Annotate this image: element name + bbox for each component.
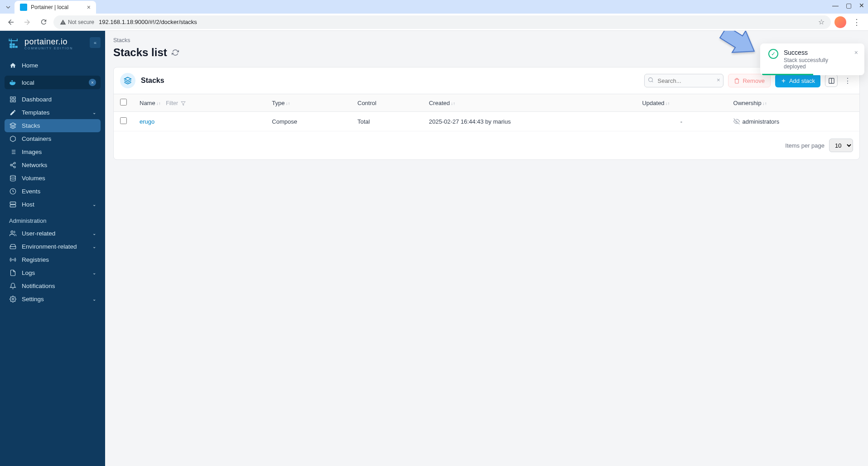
svg-point-24 [10, 164, 12, 166]
clear-search-button[interactable]: × [717, 77, 720, 83]
edit-icon [9, 109, 16, 116]
cell-updated: - [636, 112, 727, 131]
sidebar-item-home[interactable]: Home [5, 59, 101, 72]
sidebar-item-notifications[interactable]: Notifications [5, 279, 101, 293]
svg-rect-16 [13, 100, 15, 102]
sidebar-environment-header[interactable]: local × [5, 76, 101, 89]
svg-point-25 [14, 166, 15, 168]
check-circle-icon: ✓ [768, 49, 778, 59]
col-created[interactable]: Created↓↑ [423, 94, 636, 112]
refresh-button[interactable] [172, 49, 179, 56]
env-close-button[interactable]: × [89, 79, 96, 86]
sidebar-item-templates[interactable]: Templates ⌄ [5, 106, 101, 119]
sidebar-item-containers[interactable]: Containers [5, 132, 101, 145]
svg-line-27 [12, 163, 14, 164]
sidebar-item-registries[interactable]: Registries [5, 253, 101, 266]
svg-point-34 [12, 259, 14, 260]
eye-off-icon [733, 118, 740, 125]
tab-search-dropdown[interactable] [4, 3, 13, 12]
brand-edition: COMMUNITY EDITION [24, 47, 73, 50]
main-content: ✓ Success Stack successfully deployed × … [105, 31, 868, 466]
bookmark-star-icon[interactable]: ☆ [818, 18, 825, 26]
row-checkbox[interactable] [120, 117, 127, 124]
box-icon [9, 135, 16, 142]
warning-icon [60, 19, 66, 25]
tab-close-button[interactable]: × [87, 4, 91, 11]
sidebar-item-environment-related[interactable]: Environment-related ⌄ [5, 240, 101, 253]
search-icon [648, 77, 654, 83]
docker-icon [9, 79, 16, 86]
svg-rect-1 [9, 40, 18, 41]
reload-button[interactable] [37, 16, 50, 29]
sidebar-item-dashboard[interactable]: Dashboard [5, 93, 101, 106]
sidebar: portainer.io COMMUNITY EDITION « Home lo… [0, 31, 105, 466]
sidebar-item-volumes[interactable]: Volumes [5, 172, 101, 185]
select-all-checkbox[interactable] [120, 99, 127, 106]
cell-control: Total [351, 112, 423, 131]
hard-drive-icon [9, 243, 16, 250]
search-box: × [644, 74, 723, 87]
sidebar-label-home: Home [22, 62, 38, 69]
toast-close-button[interactable]: × [854, 49, 858, 70]
sidebar-item-images[interactable]: Images [5, 145, 101, 159]
layers-icon [120, 73, 135, 88]
maximize-button[interactable]: ▢ [846, 2, 852, 9]
card-header: Stacks × Remove Add [114, 67, 859, 94]
cell-created: 2025-02-27 16:44:43 by marius [423, 112, 636, 131]
svg-marker-42 [181, 101, 185, 105]
sidebar-item-logs[interactable]: Logs ⌄ [5, 266, 101, 279]
browser-tab[interactable]: Portainer | local × [14, 1, 96, 14]
sidebar-item-networks[interactable]: Networks [5, 159, 101, 172]
sidebar-item-host[interactable]: Host ⌄ [5, 198, 101, 211]
columns-toggle-button[interactable] [825, 74, 838, 87]
col-control[interactable]: Control [351, 94, 423, 112]
profile-avatar[interactable] [834, 16, 846, 28]
address-bar[interactable]: Not secure 192.168.1.18:9000/#!/2/docker… [53, 15, 831, 29]
toast-title: Success [784, 49, 849, 56]
cell-type: Compose [265, 112, 351, 131]
sidebar-item-settings[interactable]: Settings ⌄ [5, 293, 101, 306]
plus-icon [781, 78, 786, 84]
stacks-table: Name↓↑ Filter Type↓↑ Control Created↓↑ U… [114, 94, 859, 131]
collapse-sidebar-button[interactable]: « [90, 37, 101, 48]
col-type[interactable]: Type↓↑ [265, 94, 351, 112]
server-icon [9, 201, 16, 208]
remove-button[interactable]: Remove [728, 74, 770, 87]
stacks-card: Stacks × Remove Add [113, 67, 860, 160]
svg-rect-8 [15, 46, 18, 48]
forward-button[interactable] [21, 16, 34, 29]
svg-rect-4 [10, 43, 12, 45]
items-per-page-select[interactable]: 10 [829, 139, 853, 152]
stack-name-link[interactable]: erugo [140, 118, 154, 125]
cell-ownership: administrators [733, 118, 853, 125]
url-text: 192.168.1.18:9000/#!/2/docker/stacks [99, 19, 197, 25]
chevron-down-icon: ⌄ [92, 297, 96, 302]
svg-rect-6 [10, 46, 12, 48]
file-text-icon [9, 269, 16, 276]
filter-icon[interactable] [181, 101, 186, 106]
card-title: Stacks [141, 77, 164, 85]
browser-tab-strip: Portainer | local × — ▢ ✕ [0, 0, 868, 14]
col-ownership[interactable]: Ownership↓↑ [727, 94, 859, 112]
minimize-button[interactable]: — [832, 2, 839, 9]
col-name[interactable]: Name↓↑ Filter [133, 94, 265, 112]
favicon-icon [20, 4, 27, 11]
users-icon [9, 230, 16, 237]
svg-rect-12 [11, 80, 13, 82]
search-input[interactable] [644, 74, 723, 87]
add-stack-button[interactable]: Add stack [775, 74, 820, 87]
col-updated[interactable]: Updated↓↑ [636, 94, 727, 112]
list-icon [9, 149, 16, 155]
table-settings-button[interactable]: ⋮ [842, 77, 853, 85]
bell-icon [9, 283, 16, 289]
sidebar-item-stacks[interactable]: Stacks [5, 119, 101, 132]
share-icon [9, 162, 16, 168]
back-button[interactable] [5, 16, 17, 29]
sidebar-item-user-related[interactable]: User-related ⌄ [5, 227, 101, 240]
close-window-button[interactable]: ✕ [859, 2, 864, 9]
svg-point-35 [12, 298, 14, 300]
chrome-menu-button[interactable]: ⋮ [850, 17, 863, 27]
security-indicator[interactable]: Not secure [60, 19, 94, 25]
sidebar-item-events[interactable]: Events [5, 185, 101, 198]
svg-line-37 [652, 81, 653, 82]
